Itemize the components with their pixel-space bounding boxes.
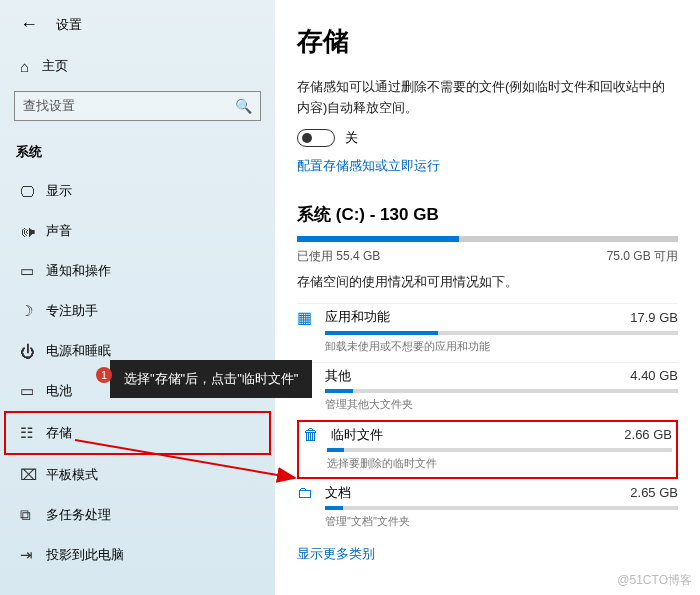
multitask-icon: ⧉ (20, 506, 46, 524)
main-content: 存储 存储感知可以通过删除不需要的文件(例如临时文件和回收站中的内容)自动释放空… (275, 0, 700, 595)
search-input[interactable]: 查找设置 🔍 (14, 91, 261, 121)
free-label: 75.0 GB 可用 (607, 248, 678, 265)
search-placeholder: 查找设置 (23, 97, 75, 115)
category-temp-files[interactable]: 🗑临时文件 2.66 GB 选择要删除的临时文件 (297, 420, 678, 479)
drive-title: 系统 (C:) - 130 GB (297, 203, 678, 226)
sidebar-item-project[interactable]: ⇥投影到此电脑 (0, 535, 275, 575)
sidebar-item-display[interactable]: 🖵显示 (0, 171, 275, 211)
home-icon: ⌂ (20, 58, 42, 75)
apps-icon: ▦ (297, 308, 325, 327)
display-icon: 🖵 (20, 183, 46, 200)
sound-icon: 🕪 (20, 223, 46, 240)
focus-icon: ☽ (20, 302, 46, 320)
page-title: 存储 (297, 24, 678, 59)
storage-sense-desc: 存储感知可以通过删除不需要的文件(例如临时文件和回收站中的内容)自动释放空间。 (297, 77, 678, 119)
category-other[interactable]: 🗀其他 4.40 GB 管理其他大文件夹 (297, 362, 678, 420)
document-icon: 🗀 (297, 484, 325, 502)
search-icon: 🔍 (235, 98, 252, 114)
watermark: @51CTO博客 (617, 572, 692, 589)
settings-title: 设置 (56, 16, 82, 34)
show-more-link[interactable]: 显示更多类别 (297, 545, 678, 563)
power-icon: ⏻ (20, 343, 46, 360)
notifications-icon: ▭ (20, 262, 46, 280)
battery-icon: ▭ (20, 382, 46, 400)
home-nav[interactable]: ⌂ 主页 (0, 47, 275, 85)
storage-icon: ☷ (20, 424, 46, 442)
back-icon[interactable]: ← (20, 14, 38, 35)
used-label: 已使用 55.4 GB (297, 248, 380, 265)
section-system: 系统 (0, 135, 275, 171)
home-label: 主页 (42, 57, 68, 75)
storage-sense-toggle[interactable] (297, 129, 335, 147)
category-apps[interactable]: ▦应用和功能 17.9 GB 卸载未使用或不想要的应用和功能 (297, 303, 678, 362)
annotation-badge: 1 (96, 367, 112, 383)
usage-desc: 存储空间的使用情况和可用情况如下。 (297, 273, 678, 291)
toggle-off-label: 关 (345, 129, 358, 147)
sidebar-item-tablet[interactable]: ⌧平板模式 (0, 455, 275, 495)
sidebar-item-focus[interactable]: ☽专注助手 (0, 291, 275, 331)
trash-icon: 🗑 (303, 426, 331, 444)
sidebar-item-sound[interactable]: 🕪声音 (0, 211, 275, 251)
category-documents[interactable]: 🗀文档 2.65 GB 管理"文档"文件夹 (297, 479, 678, 537)
sidebar: ← 设置 ⌂ 主页 查找设置 🔍 系统 🖵显示 🕪声音 ▭通知和操作 ☽专注助手… (0, 0, 275, 595)
project-icon: ⇥ (20, 546, 46, 564)
tablet-icon: ⌧ (20, 466, 46, 484)
annotation-tooltip: 选择"存储"后，点击"临时文件" (110, 360, 312, 398)
configure-link[interactable]: 配置存储感知或立即运行 (297, 157, 678, 175)
sidebar-item-storage[interactable]: ☷存储 (4, 411, 271, 455)
sidebar-item-notifications[interactable]: ▭通知和操作 (0, 251, 275, 291)
sidebar-item-multitask[interactable]: ⧉多任务处理 (0, 495, 275, 535)
drive-usage-bar (297, 236, 678, 242)
